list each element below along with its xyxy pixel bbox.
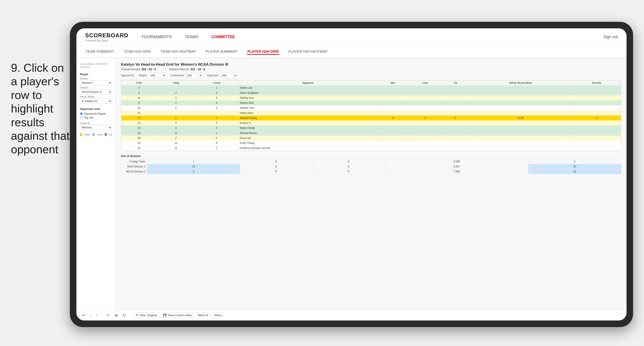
colour-by-select[interactable]: Win/loss [80,125,112,130]
instruction-text: 9. Click on a player's row to highlight … [11,61,72,156]
tablet-frame: SCOREBOARD Powered by clippd TOURNAMENTS… [70,22,633,327]
out-of-division-title: Out of division [121,154,621,158]
out-row: NCAA Division 2 5 0 0 7.400 10 [121,169,621,174]
dot-up [104,133,107,136]
logo-subtitle: Powered by clippd [85,39,128,42]
table-row[interactable]: 20117 Federica Domecq Lacroze [122,146,621,151]
division-label: Division [80,86,112,89]
nav-committee[interactable]: COMMITTEE [212,34,235,40]
table-row[interactable]: 1474 Eunice Yi [122,121,621,126]
division-select[interactable]: NCAA Division III [80,89,112,95]
table-row[interactable]: 613 Sydney Kuo [122,96,621,101]
col-tie: Tie [442,80,468,85]
undo-button[interactable]: ↩ [81,312,87,319]
h2h-grid-table-wrapper: # Div # Reg # Conf Opponent Win Loss Tie… [121,80,621,151]
last-updated: Last Updated: 27/03/2024 16:55:38 [80,62,112,69]
bottom-toolbar: ↩ ‹ › ✂ ⊕ ↻ 👁 View: Original 💾 Save Cust… [76,310,626,321]
sub-nav: TEAM SUMMARY TEAM H2H GRID TEAM H2H HEAT… [76,46,626,58]
tab-player-h2h-grid[interactable]: PLAYER H2H GRID [247,49,279,55]
table-row[interactable]: 31 Esther Lee [122,85,621,90]
table-header-row: # Div # Reg # Conf Opponent Win Loss Tie… [122,80,621,85]
col-loss: Loss [408,80,443,85]
col-win: Win [378,80,408,85]
conference-filter-group: Conference (All) [170,73,202,78]
table-row[interactable]: 914 Sharon Mun [122,101,621,106]
tab-team-h2h-heatmap[interactable]: TEAM H2H HEATMAP [160,49,196,54]
nav-teams[interactable]: TEAMS [185,34,198,40]
player-rank-label: Player (Rank) [80,96,112,98]
grid-title: Katelyn Vo Head-to-Head Grid for Women's… [121,62,621,67]
radio-top-100[interactable]: Top 100 [80,116,112,119]
toolbar-sep-1 [102,313,102,318]
cut-button[interactable]: ✂ [105,312,111,319]
view-original-icon: 👁 [136,314,138,317]
dot-level [92,133,95,136]
dot-down [80,133,82,136]
opponent-filter-group: Opponent (All) [207,73,237,78]
filters-row: Opponents: Region (All) Conference (All) [121,73,621,78]
content-area: Katelyn Vo Head-to-Head Grid for Women's… [116,58,626,310]
opponent-view-title: Opponent view [80,107,112,111]
table-row[interactable]: 1585 Stella Chang [122,126,621,131]
main-content: Last Updated: 27/03/2024 16:55:38 Player… [76,58,626,310]
region-label: Region [139,74,147,77]
conference-select[interactable]: (All) [185,73,202,78]
col-rounds: Rounds [572,80,621,85]
logo-title: SCOREBOARD [85,32,128,39]
col-reg: # Reg [157,80,196,85]
conference-label: Conference [170,74,184,77]
share-button[interactable]: Share [212,313,224,318]
save-icon: 💾 [163,314,166,317]
sign-out-button[interactable]: Sign out [604,35,618,39]
nav-tournaments[interactable]: TOURNAMENTS [142,34,172,40]
tab-team-summary[interactable]: TEAM SUMMARY [85,49,114,54]
refresh-button[interactable]: ↻ [122,312,127,319]
gender-label: Gender [80,77,112,80]
record-line: Overall Record: 353 - 34 - 6 Division Re… [121,68,621,71]
col-div: # Div [122,80,157,85]
opponent-select[interactable]: (All) [220,73,237,78]
opponent-label: Opponent [207,74,218,77]
copy-button[interactable]: ⊕ [113,312,119,319]
tablet-screen: SCOREBOARD Powered by clippd TOURNAMENTS… [76,28,626,321]
table-row[interactable]: 1063 Andrea York [122,106,621,111]
division-record: Division Record: 331 - 34 - 6 [169,68,205,71]
col-opponent: Opponent [238,80,378,85]
col-conf: # Conf [196,80,238,85]
logo-area: SCOREBOARD Powered by clippd [85,32,128,42]
radio-opponents-played[interactable]: Opponents Played [80,112,112,115]
toolbar-sep-2 [130,313,130,318]
region-filter-group: Region (All) [139,73,166,78]
colour-legend: Down Level Up [80,133,112,136]
player-section-title: Player [80,73,112,76]
step-number: 9. [11,61,20,74]
tab-player-summary[interactable]: PLAYER SUMMARY [205,49,238,54]
view-original-button[interactable]: 👁 View: Original [134,313,159,318]
overall-record: Overall Record: 353 - 34 - 6 [121,68,156,71]
sidebar: Last Updated: 27/03/2024 16:55:38 Player… [76,58,116,310]
watch-button[interactable]: Watch ▾ [196,313,210,318]
tab-team-h2h-grid[interactable]: TEAM H2H GRID [123,49,151,54]
forward-button[interactable]: › [95,312,99,318]
player-select[interactable]: 8. Katelyn Vo [80,99,112,104]
table-row[interactable]: 11 Haejo Hyun [122,111,621,116]
out-row: Foreign Team 1 0 0 4.500 2 [121,159,621,164]
opponent-view-options: Opponents Played Top 100 [80,112,112,119]
out-of-division-table: Foreign Team 1 0 0 4.500 2 NAIA Division… [121,159,621,174]
table-row-highlighted[interactable]: 1311 Jessica Huang 010 -3.002 [122,116,621,121]
table-row[interactable]: 522 Alexis Sudjianto [122,90,621,96]
table-row[interactable]: 1822 Euna Lee [122,136,621,141]
region-select[interactable]: (All) [148,73,166,78]
col-diff: Diff Av Strokes/Rnd [468,80,572,85]
table-row[interactable]: 19106 Emily Chang [122,141,621,146]
nav-links: TOURNAMENTS TEAMS COMMITTEE [142,34,604,40]
table-row[interactable]: 1691 Jessica Mason [122,131,621,136]
tab-player-h2h-heatmap[interactable]: PLAYER H2H HEATMAP [288,49,328,54]
out-row: NAIA Division 1 15 0 0 9.267 30 [121,164,621,169]
colour-by-label: Colour by [80,122,112,125]
gender-select[interactable]: Women's [80,80,112,85]
back-button[interactable]: ‹ [89,312,93,318]
opponents-filter-label: Opponents: [121,74,134,77]
top-nav: SCOREBOARD Powered by clippd TOURNAMENTS… [76,28,626,46]
save-custom-view-button[interactable]: 💾 Save Custom View [161,313,194,318]
